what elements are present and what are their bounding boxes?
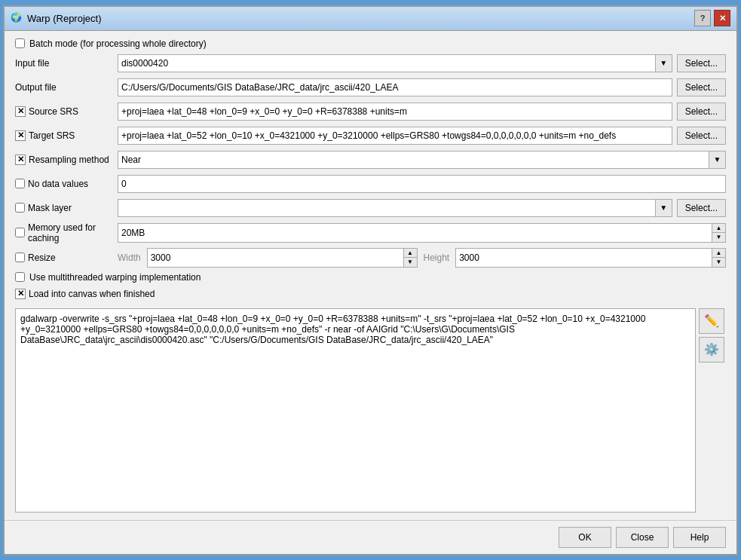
- help-title-button[interactable]: ?: [694, 10, 711, 26]
- app-icon: 🌍: [11, 12, 23, 24]
- width-spinner: ▲ ▼: [147, 248, 418, 268]
- width-label: Width: [118, 252, 141, 263]
- memory-spin-down[interactable]: ▼: [712, 233, 725, 242]
- no-data-row: No data values: [15, 174, 726, 194]
- multithreaded-row: Use multithreaded warping implementation: [15, 272, 726, 283]
- height-spinner: ▲ ▼: [455, 248, 726, 268]
- mask-layer-select-button[interactable]: Select...: [677, 199, 726, 217]
- close-title-button[interactable]: ✕: [714, 10, 730, 26]
- command-textarea[interactable]: gdalwarp -overwrite -s_srs "+proj=laea +…: [15, 308, 696, 513]
- output-file-label: Output file: [15, 82, 113, 93]
- source-srs-select-button[interactable]: Select...: [677, 103, 726, 121]
- no-data-checkbox[interactable]: [15, 179, 25, 188]
- input-file-dropdown: ▼: [118, 54, 672, 72]
- width-input[interactable]: [148, 249, 403, 267]
- resize-label-wrap: Resize: [15, 252, 113, 263]
- memory-spinner: ▲ ▼: [118, 223, 726, 243]
- help-button[interactable]: Help: [673, 527, 726, 548]
- height-spin-down[interactable]: ▼: [712, 258, 725, 267]
- main-window: 🌍 Warp (Reproject) ? ✕ Batch mode (for p…: [3, 5, 738, 555]
- width-spin-up[interactable]: ▲: [404, 249, 417, 259]
- target-srs-checkbox[interactable]: ✕: [15, 130, 26, 141]
- resampling-label-wrap: ✕ Resampling method: [15, 155, 113, 165]
- edit-command-button[interactable]: ✏️: [699, 308, 724, 334]
- width-spin-down[interactable]: ▼: [404, 258, 417, 267]
- title-bar: 🌍 Warp (Reproject) ? ✕: [5, 7, 736, 31]
- resampling-checkbox[interactable]: ✕: [15, 155, 26, 165]
- height-input[interactable]: [456, 249, 712, 267]
- mask-layer-arrow[interactable]: ▼: [656, 199, 672, 217]
- input-file-arrow[interactable]: ▼: [656, 54, 672, 72]
- ok-button[interactable]: OK: [559, 527, 611, 548]
- mask-layer-input[interactable]: [118, 199, 656, 217]
- close-button[interactable]: Close: [616, 527, 669, 548]
- command-area: gdalwarp -overwrite -s_srs "+proj=laea +…: [15, 308, 726, 513]
- title-bar-buttons: ? ✕: [694, 10, 730, 26]
- mask-layer-checkbox[interactable]: [15, 203, 25, 213]
- resampling-dropdown: ▼: [118, 151, 726, 169]
- resize-inputs: Width ▲ ▼ Height ▲ ▼: [118, 248, 726, 268]
- input-file-row: Input file ▼ Select...: [15, 54, 726, 73]
- output-file-select-button[interactable]: Select...: [677, 78, 726, 96]
- input-file-input[interactable]: [118, 54, 656, 72]
- resampling-input[interactable]: [118, 151, 709, 169]
- resampling-row: ✕ Resampling method ▼: [15, 150, 726, 170]
- memory-input[interactable]: [118, 224, 712, 242]
- load-canvas-label: Load into canvas when finished: [29, 289, 155, 299]
- resize-label: Resize: [28, 252, 56, 263]
- output-file-input[interactable]: [118, 78, 672, 96]
- target-srs-input[interactable]: [118, 127, 672, 145]
- target-srs-label-wrap: ✕ Target SRS: [15, 130, 113, 141]
- target-srs-row: ✕ Target SRS Select...: [15, 126, 726, 145]
- run-command-button[interactable]: ⚙️: [699, 337, 724, 363]
- batch-mode-row: Batch mode (for processing whole directo…: [15, 38, 726, 49]
- title-bar-left: 🌍 Warp (Reproject): [11, 12, 101, 24]
- input-file-label: Input file: [15, 58, 113, 69]
- source-srs-checkbox[interactable]: ✕: [15, 106, 26, 117]
- source-srs-label-wrap: ✕ Source SRS: [15, 106, 113, 117]
- height-spin-buttons: ▲ ▼: [712, 249, 725, 267]
- memory-checkbox[interactable]: [15, 228, 25, 237]
- load-canvas-row: ✕ Load into canvas when finished: [15, 289, 726, 299]
- mask-layer-label-wrap: Mask layer: [15, 203, 113, 213]
- memory-label-wrap: Memory used for caching: [15, 222, 113, 243]
- multithreaded-checkbox[interactable]: [15, 272, 25, 282]
- width-spin-buttons: ▲ ▼: [403, 249, 417, 267]
- resampling-arrow[interactable]: ▼: [709, 151, 726, 169]
- height-label: Height: [424, 252, 450, 263]
- load-canvas-checkbox[interactable]: ✕: [15, 289, 26, 299]
- memory-label: Memory used for caching: [28, 222, 113, 243]
- source-srs-input[interactable]: [118, 103, 672, 121]
- batch-mode-label: Batch mode (for processing whole directo…: [29, 38, 207, 49]
- no-data-label: No data values: [28, 179, 88, 189]
- memory-spin-buttons: ▲ ▼: [712, 224, 725, 242]
- command-sidebar: ✏️ ⚙️: [699, 308, 726, 513]
- resize-checkbox[interactable]: [15, 252, 25, 262]
- input-file-select-button[interactable]: Select...: [677, 54, 726, 72]
- source-srs-row: ✕ Source SRS Select...: [15, 102, 726, 121]
- target-srs-select-button[interactable]: Select...: [677, 127, 726, 145]
- mask-layer-row: Mask layer ▼ Select...: [15, 198, 726, 218]
- window-title: Warp (Reproject): [27, 13, 101, 24]
- mask-layer-label: Mask layer: [28, 203, 72, 213]
- source-srs-label: Source SRS: [29, 106, 78, 117]
- resampling-label: Resampling method: [29, 155, 109, 165]
- content-area: Batch mode (for processing whole directo…: [5, 31, 736, 520]
- mask-layer-dropdown: ▼: [118, 199, 672, 217]
- no-data-label-wrap: No data values: [15, 179, 113, 189]
- no-data-input[interactable]: [118, 175, 726, 193]
- memory-spin-up[interactable]: ▲: [712, 224, 725, 234]
- output-file-row: Output file Select...: [15, 78, 726, 97]
- target-srs-label: Target SRS: [29, 130, 75, 141]
- height-spin-up[interactable]: ▲: [712, 249, 725, 259]
- footer: OK Close Help: [5, 520, 736, 554]
- memory-row: Memory used for caching ▲ ▼: [15, 222, 726, 243]
- resize-row: Resize Width ▲ ▼ Height ▲ ▼: [15, 248, 726, 268]
- multithreaded-label: Use multithreaded warping implementation: [29, 272, 201, 283]
- batch-mode-checkbox[interactable]: [15, 38, 25, 48]
